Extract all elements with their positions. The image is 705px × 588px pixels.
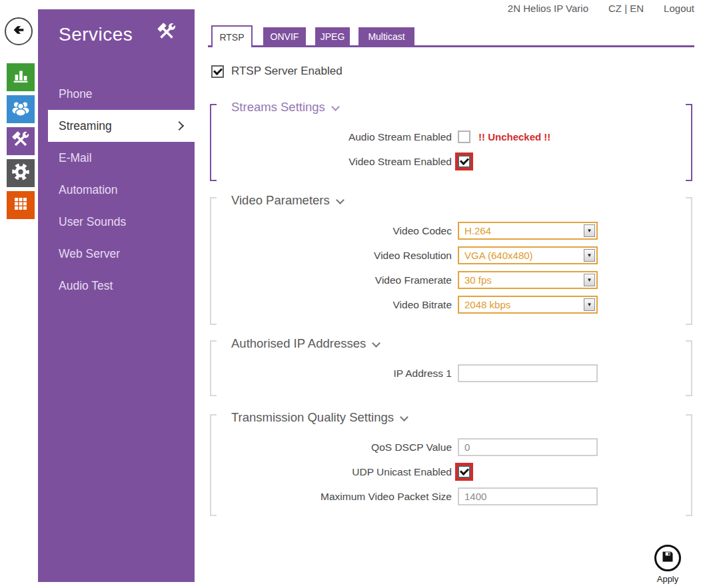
ip-address-1-row: IP Address 1 [208, 361, 694, 386]
floppy-save-icon [661, 550, 674, 566]
select-value: 2048 kbps [464, 299, 510, 310]
tab-underline [208, 45, 694, 47]
sidebar-item-hardware[interactable] [7, 191, 35, 219]
section-header[interactable]: Authorised IP Addresses [231, 336, 379, 351]
field-label: UDP Unicast Enabled [208, 466, 452, 478]
qos-dscp-value-input[interactable] [458, 438, 598, 456]
video-framerate-row: Video Framerate 30 fps ▼ [208, 268, 694, 292]
section-title: Authorised IP Addresses [231, 336, 366, 351]
maximum-video-packet-size-input[interactable] [458, 487, 598, 505]
audio-stream-enabled-checkbox[interactable] [458, 131, 470, 143]
field-label: Video Stream Enabled [208, 156, 452, 168]
chevron-down-icon [336, 196, 345, 204]
section-header[interactable]: Video Parameters [231, 193, 343, 208]
dropdown-arrow-icon[interactable]: ▼ [584, 274, 595, 286]
sidebar-item-streaming[interactable]: Streaming [48, 110, 195, 142]
sidebar-item-email[interactable]: E-Mail [38, 142, 195, 174]
chevron-down-icon [372, 339, 380, 348]
tab-onvif[interactable]: ONVIF [263, 27, 306, 45]
video-stream-enabled-row: Video Stream Enabled [208, 149, 694, 174]
section-title: Video Parameters [231, 193, 330, 208]
section-header[interactable]: Streams Settings [231, 100, 339, 115]
section-rows: Audio Stream Enabled !! Unchecked !! Vid… [208, 125, 694, 174]
udp-unicast-enabled-row: UDP Unicast Enabled [208, 459, 694, 484]
page-title: Services [59, 24, 133, 45]
sidebar-item-label: Audio Test [59, 279, 113, 292]
tab-rtsp[interactable]: RTSP [211, 25, 253, 47]
sidebar-item-automation[interactable]: Automation [38, 174, 195, 206]
sidebar-item-label: Automation [59, 183, 118, 196]
select-value: H.264 [464, 225, 491, 236]
sidebar-item-label: User Sounds [59, 215, 126, 228]
ip-address-1-input[interactable] [458, 364, 598, 382]
video-bitrate-row: Video Bitrate 2048 kbps ▼ [208, 292, 694, 317]
select-value: 30 fps [464, 274, 492, 286]
dropdown-arrow-icon[interactable]: ▼ [584, 298, 595, 311]
back-button[interactable] [5, 17, 33, 45]
apply-button[interactable] [654, 545, 681, 571]
field-label: Video Resolution [208, 250, 452, 262]
section-title: Streams Settings [231, 100, 325, 115]
page: 2N Helios IP Vario CZ | EN Logout [0, 0, 705, 588]
dropdown-arrow-icon[interactable]: ▼ [584, 224, 595, 237]
video-stream-enabled-checkbox[interactable] [458, 155, 470, 168]
bar-chart-icon [11, 66, 31, 89]
section-video-parameters: Video Parameters Video Codec H.264 ▼ Vid… [208, 192, 694, 325]
sidebar-item-user-sounds[interactable]: User Sounds [38, 206, 195, 238]
gear-icon [10, 161, 31, 185]
section-rows: QoS DSCP Value UDP Unicast Enabled Maxim… [208, 435, 694, 509]
tab-jpeg[interactable]: JPEG [315, 27, 350, 45]
sidebar-item-directory[interactable] [7, 95, 35, 123]
section-rows: Video Codec H.264 ▼ Video Resolution VGA… [208, 218, 694, 317]
logout-link[interactable]: Logout [664, 3, 694, 14]
sidebar-item-services[interactable] [7, 127, 35, 155]
udp-unicast-enabled-checkbox[interactable] [458, 465, 470, 478]
section-streams-settings: Streams Settings Audio Stream Enabled !!… [208, 99, 694, 181]
unchecked-annotation: !! Unchecked !! [478, 131, 550, 143]
video-framerate-select[interactable]: 30 fps ▼ [458, 271, 598, 289]
video-resolution-row: Video Resolution VGA (640x480) ▼ [208, 243, 694, 268]
apply-button-label: Apply [648, 574, 688, 584]
qos-dscp-value-row: QoS DSCP Value [208, 435, 694, 459]
sidebar-item-status[interactable] [7, 63, 35, 91]
language-switcher[interactable]: CZ | EN [608, 3, 644, 14]
section-title: Transmission Quality Settings [231, 410, 394, 425]
video-codec-row: Video Codec H.264 ▼ [208, 218, 694, 243]
dropdown-arrow-icon[interactable]: ▼ [584, 249, 595, 262]
audio-stream-enabled-row: Audio Stream Enabled !! Unchecked !! [208, 125, 694, 149]
section-header[interactable]: Transmission Quality Settings [231, 410, 407, 425]
sidebar-item-system[interactable] [7, 159, 35, 187]
sidebar-item-audio-test[interactable]: Audio Test [38, 270, 195, 302]
sidebar-item-label: Web Server [59, 247, 120, 260]
sidebar-item-label: Phone [59, 87, 93, 101]
top-header: 2N Helios IP Vario CZ | EN Logout [508, 3, 694, 14]
rtsp-server-enabled-label: RTSP Server Enabled [231, 65, 343, 78]
device-name: 2N Helios IP Vario [508, 3, 588, 14]
tab-bar: RTSP ONVIF JPEG Multicast [208, 25, 694, 47]
chevron-right-icon [175, 121, 184, 131]
chevron-down-icon [400, 413, 408, 422]
sidebar-item-label: Streaming [59, 110, 112, 142]
field-label: QoS DSCP Value [208, 441, 452, 453]
field-label: Video Bitrate [208, 299, 452, 311]
field-label: Audio Stream Enabled [208, 131, 452, 143]
maximum-video-packet-size-row: Maximum Video Packet Size [208, 484, 694, 509]
video-bitrate-select[interactable]: 2048 kbps ▼ [458, 296, 598, 314]
rtsp-server-enabled-checkbox[interactable] [211, 65, 224, 78]
back-arrow-icon [11, 22, 27, 41]
people-icon [10, 97, 31, 121]
sidebar-menu: Phone Streaming E-Mail Automation User S… [38, 78, 195, 302]
sidebar-item-web-server[interactable]: Web Server [38, 238, 195, 270]
field-label: IP Address 1 [208, 368, 452, 380]
grid-icon [11, 194, 30, 216]
sidebar-title-row: Services [38, 9, 195, 47]
tools-icon [156, 21, 177, 47]
chevron-down-icon [331, 103, 340, 111]
services-sidebar: Services Phone Streaming E-Mai [38, 9, 195, 582]
sidebar-item-label: E-Mail [59, 151, 92, 164]
section-rows: IP Address 1 [208, 361, 694, 386]
tab-multicast[interactable]: Multicast [358, 27, 414, 45]
video-resolution-select[interactable]: VGA (640x480) ▼ [458, 246, 598, 264]
video-codec-select[interactable]: H.264 ▼ [458, 222, 598, 240]
sidebar-item-phone[interactable]: Phone [38, 78, 195, 110]
